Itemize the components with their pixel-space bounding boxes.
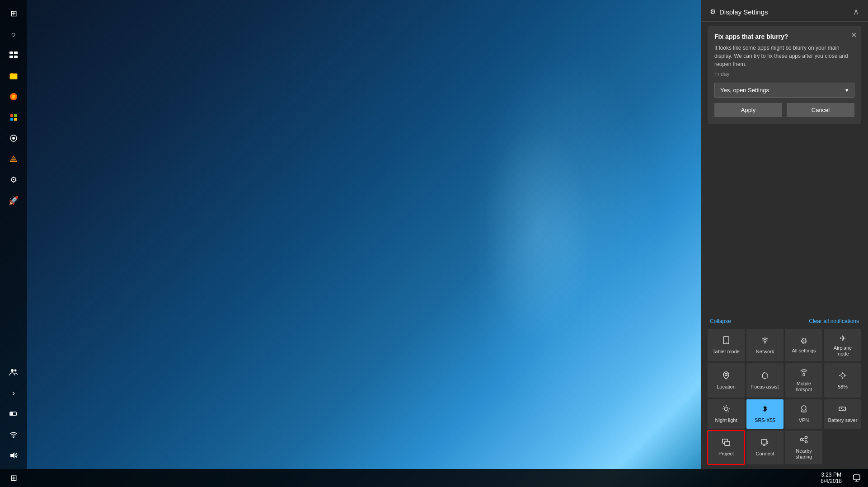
svg-point-53: [805, 436, 807, 438]
airplane-mode-icon: ✈: [840, 333, 846, 343]
vpn-icon: [799, 404, 808, 416]
night-light-icon: [722, 404, 731, 416]
all-settings-label: All settings: [792, 348, 816, 354]
svg-line-39: [723, 406, 724, 407]
panel-close-button[interactable]: ∧: [853, 7, 859, 17]
svg-point-41: [802, 406, 806, 410]
cancel-button[interactable]: Cancel: [787, 103, 854, 117]
sidebar-icon-start[interactable]: ⊞: [5, 5, 23, 23]
svg-rect-57: [854, 475, 860, 480]
quick-action-vpn[interactable]: VPN: [785, 399, 822, 429]
taskbar-start-button[interactable]: ⊞: [0, 469, 27, 487]
quick-action-airplane-mode[interactable]: ✈ Airplane mode: [824, 329, 861, 361]
sidebar-icon-cortana[interactable]: ○: [5, 25, 23, 43]
taskbar-date: 8/4/2018: [821, 478, 842, 484]
mobile-hotspot-label: Mobile hotspot: [789, 381, 819, 393]
panel-title-text: Display Settings: [719, 8, 768, 16]
quick-action-all-settings[interactable]: ⚙ All settings: [785, 329, 822, 361]
brightness-icon: [838, 371, 847, 382]
sidebar-icon-explorer[interactable]: [5, 67, 23, 85]
mobile-hotspot-icon: [799, 368, 808, 379]
bluetooth-label: SRS-X55: [755, 417, 775, 423]
svg-rect-1: [14, 52, 18, 54]
notification-body: It looks like some apps might be blurry …: [714, 44, 854, 68]
svg-rect-7: [10, 114, 13, 117]
gear-icon: ⚙: [710, 8, 716, 16]
bluetooth-icon: [760, 404, 769, 416]
tablet-mode-icon: [722, 336, 731, 347]
nearby-sharing-label: Nearby sharing: [789, 448, 819, 460]
svg-rect-49: [761, 440, 767, 444]
vpn-label: VPN: [799, 417, 809, 423]
location-label: Location: [717, 384, 736, 390]
sidebar-icon-store[interactable]: [5, 108, 23, 126]
svg-point-52: [801, 438, 803, 440]
collapse-button[interactable]: Collapse: [710, 318, 731, 324]
notification-date: Friday: [714, 71, 854, 77]
taskbar-time: 3:23 PM: [821, 472, 842, 478]
notification-panel: ⚙ Display Settings ∧ ✕ Fix apps that are…: [701, 0, 868, 469]
svg-rect-46: [725, 441, 730, 445]
sidebar-icon-people[interactable]: [5, 363, 23, 381]
svg-rect-0: [9, 52, 13, 54]
network-label: Network: [756, 349, 774, 355]
notification-dropdown[interactable]: Yes, open Settings ▾: [714, 83, 854, 98]
svg-rect-8: [14, 114, 17, 117]
svg-point-16: [11, 369, 14, 372]
battery-saver-label: Battery saver: [828, 417, 858, 423]
quick-action-night-light[interactable]: Night light: [708, 399, 745, 429]
svg-rect-20: [10, 412, 13, 415]
sidebar-icon-settings[interactable]: ⚙: [5, 171, 23, 189]
quick-action-brightness[interactable]: 58%: [824, 363, 861, 397]
svg-rect-28: [803, 374, 805, 376]
quick-action-nearby-sharing[interactable]: Nearby sharing: [785, 431, 822, 464]
svg-point-17: [14, 370, 17, 372]
nearby-sharing-icon: [799, 435, 808, 446]
svg-marker-22: [10, 452, 14, 459]
svg-rect-15: [12, 159, 15, 160]
sidebar-icon-rocket[interactable]: 🚀: [5, 192, 23, 210]
svg-point-25: [765, 342, 766, 343]
panel-header: ⚙ Display Settings ∧: [701, 0, 868, 22]
taskbar-clock[interactable]: 3:23 PM 8/4/2018: [816, 472, 846, 484]
project-icon: [722, 438, 731, 449]
svg-rect-19: [16, 413, 17, 415]
dropdown-value: Yes, open Settings: [720, 87, 769, 94]
clear-all-button[interactable]: Clear all notifications: [809, 318, 859, 324]
quick-action-location[interactable]: Location: [708, 363, 745, 397]
svg-point-29: [841, 374, 845, 377]
sidebar-icon-mixed-reality[interactable]: [5, 129, 23, 147]
notification-title: Fix apps that are blurry?: [714, 33, 854, 40]
svg-point-21: [13, 437, 14, 438]
sidebar-icon-volume[interactable]: [5, 446, 23, 464]
sidebar-icon-battery[interactable]: [5, 405, 23, 423]
sidebar-icon-firefox[interactable]: [5, 88, 23, 106]
svg-point-12: [12, 137, 15, 140]
taskbar-action-center-button[interactable]: [850, 469, 863, 487]
sidebar-icon-vlc[interactable]: [5, 150, 23, 168]
svg-rect-3: [14, 56, 18, 58]
svg-point-34: [724, 407, 728, 411]
svg-line-40: [728, 411, 728, 411]
connect-label: Connect: [756, 451, 774, 457]
sidebar-icon-wifi[interactable]: [5, 426, 23, 444]
svg-line-56: [803, 440, 805, 441]
quick-action-mobile-hotspot[interactable]: Mobile hotspot: [785, 363, 822, 397]
notification-close-button[interactable]: ✕: [851, 31, 857, 39]
quick-action-connect[interactable]: Connect: [746, 431, 784, 464]
svg-rect-10: [14, 118, 17, 121]
quick-action-project[interactable]: Project: [708, 431, 745, 464]
notification-buttons: Apply Cancel: [714, 103, 854, 117]
quick-action-bluetooth[interactable]: SRS-X55: [746, 399, 784, 429]
sidebar-icon-expand[interactable]: ›: [5, 384, 23, 402]
svg-point-6: [12, 95, 15, 98]
sidebar-icon-taskview[interactable]: [5, 46, 23, 64]
quick-action-battery-saver[interactable]: Battery saver: [824, 399, 861, 429]
quick-action-focus-assist[interactable]: Focus assist: [746, 363, 784, 397]
all-settings-icon: ⚙: [800, 336, 807, 346]
apply-button[interactable]: Apply: [714, 103, 782, 117]
quick-action-tablet-mode[interactable]: Tablet mode: [708, 329, 745, 361]
taskbar: ⊞ 3:23 PM 8/4/2018: [0, 469, 868, 487]
quick-action-network[interactable]: Network: [746, 329, 784, 361]
brightness-label: 58%: [838, 384, 848, 390]
